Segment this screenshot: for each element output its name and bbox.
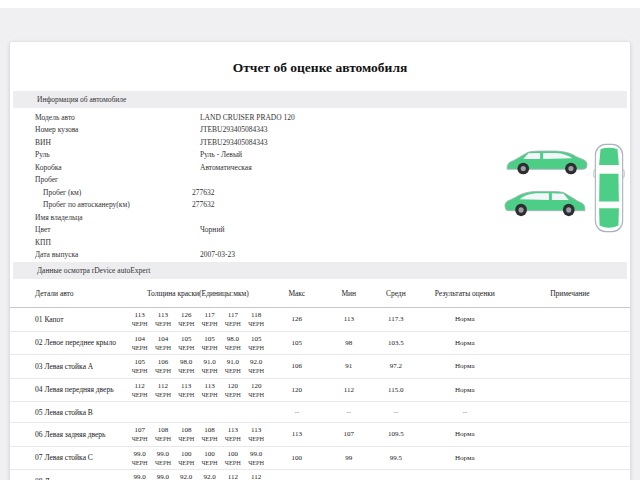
min-value: 112	[326, 386, 372, 394]
info-row: Модель авто LAND CRUISER PRADO 120	[10, 111, 630, 124]
max-value: 100	[268, 454, 326, 462]
paint-measurement: 92.0ЧЕРН	[244, 358, 267, 375]
column-avg: Средн	[372, 289, 420, 298]
paint-measurement: 105ЧЕРН	[198, 335, 221, 352]
info-label: Руль	[35, 150, 200, 159]
part-name: 07 Левая стойка C	[10, 453, 128, 462]
min-value: 113	[326, 315, 372, 323]
paint-measurement: 105ЧЕРН	[175, 335, 198, 352]
table-row: 04 Левая передняя дверь 112ЧЕРН 112ЧЕРН …	[10, 379, 630, 403]
info-value: 277632	[192, 188, 215, 197]
paint-measurement: 118ЧЕРН	[244, 311, 267, 328]
result-value: Норма	[420, 315, 510, 323]
car-top-view-icon	[593, 142, 625, 234]
section-header-info: Информация об автомобиле	[13, 91, 627, 108]
result-value: Норма	[420, 430, 510, 438]
paint-measurement: 100ЧЕРН	[198, 450, 221, 467]
paint-measurement: 92.0ЧЕРН	[198, 473, 221, 480]
paint-measurement: 112ЧЕРН	[244, 473, 267, 480]
result-value: Норма	[420, 386, 510, 394]
min-value: --	[326, 408, 372, 416]
paint-measurement: 104ЧЕРН	[151, 335, 174, 352]
paint-measurement: 112ЧЕРН	[221, 473, 244, 480]
section-header-inspection: Данные осмотра rDevice autoExpert	[13, 262, 627, 279]
paint-measurement: 113ЧЕРН	[198, 382, 221, 399]
paint-measurement: 91.0ЧЕРН	[198, 358, 221, 375]
info-row: Номер кузова JTEBU293405084343	[10, 124, 630, 137]
column-thickness: Толщина краски(Единицы:мкм)	[128, 289, 268, 298]
paint-measurement: 99.0ЧЕРН	[151, 473, 174, 480]
table-row: 06 Левая задняя дверь 107ЧЕРН 108ЧЕРН 10…	[10, 423, 630, 447]
info-row: Дата выпуска 2007-03-23	[10, 249, 630, 262]
info-label: Пробег	[35, 175, 200, 184]
paint-measurement: 105ЧЕРН	[128, 358, 151, 375]
info-value: 277632	[192, 200, 215, 209]
table-row: 07 Левая стойка C 99.0ЧЕРН 99.0ЧЕРН 100Ч…	[10, 447, 630, 471]
paint-measurement: 120ЧЕРН	[244, 382, 267, 399]
table-row: 01 Капот 113ЧЕРН 113ЧЕРН 126ЧЕРН 117ЧЕРН…	[10, 308, 630, 332]
paint-measurement: 113ЧЕРН	[244, 426, 267, 443]
car-side-view-icon	[502, 146, 590, 178]
avg-value: 117.3	[372, 315, 420, 323]
info-value: LAND CRUISER PRADO 120	[200, 113, 295, 122]
info-value: JTEBU293405084343	[200, 125, 268, 134]
info-label: Пробег по автосканеру(км)	[35, 200, 192, 209]
paint-measurement: 108ЧЕРН	[151, 426, 174, 443]
paint-measurement: 100ЧЕРН	[221, 450, 244, 467]
info-value: 2007-03-23	[200, 250, 235, 259]
table-row: 08 Левое заднее крыло 99.0ЧЕРН 99.0ЧЕРН …	[10, 470, 630, 480]
paint-measurement: 98.0ЧЕРН	[175, 358, 198, 375]
paint-measurement: 105ЧЕРН	[244, 335, 267, 352]
result-value: --	[420, 408, 510, 416]
part-name: 06 Левая задняя дверь	[10, 430, 128, 439]
info-label: Коробка	[35, 163, 200, 172]
part-name: 03 Левая стойка A	[10, 362, 128, 371]
info-value: Автоматическая	[200, 163, 252, 172]
inspection-table-header: Детали авто Толщина краски(Единицы:мкм) …	[10, 279, 630, 308]
avg-value: 109.5	[372, 430, 420, 438]
min-value: 107	[326, 430, 372, 438]
paint-measurement: 113ЧЕРН	[221, 426, 244, 443]
min-value: 99	[326, 454, 372, 462]
table-row: 02 Левое переднее крыло 104ЧЕРН 104ЧЕРН …	[10, 332, 630, 356]
paint-measurement: 108ЧЕРН	[175, 426, 198, 443]
max-value: --	[268, 408, 326, 416]
paint-measurement: 100ЧЕРН	[175, 450, 198, 467]
column-note: Примечание	[510, 289, 630, 298]
paint-measurement: 126ЧЕРН	[175, 311, 198, 328]
paint-measurement: 112ЧЕРН	[128, 382, 151, 399]
table-row: 05 Левая стойка B -- -- -- --	[10, 402, 630, 423]
part-name: 01 Капот	[10, 315, 128, 324]
paint-measurement: 112ЧЕРН	[151, 382, 174, 399]
inspection-table-body: 01 Капот 113ЧЕРН 113ЧЕРН 126ЧЕРН 117ЧЕРН…	[10, 308, 630, 480]
paint-measurement: 113ЧЕРН	[151, 311, 174, 328]
paint-measurement: 108ЧЕРН	[198, 426, 221, 443]
part-name: 05 Левая стойка B	[10, 408, 128, 417]
max-value: 105	[268, 339, 326, 347]
column-result: Результаты оценки	[420, 289, 510, 298]
column-part: Детали авто	[10, 289, 128, 298]
part-name: 04 Левая передняя дверь	[10, 385, 128, 394]
min-value: 98	[326, 339, 372, 347]
info-label: Пробег (км)	[35, 188, 192, 197]
car-diagram	[490, 142, 628, 238]
paint-measurement: 117ЧЕРН	[221, 311, 244, 328]
max-value: 126	[268, 315, 326, 323]
avg-value: 99.5	[372, 454, 420, 462]
paint-measurement: 107ЧЕРН	[128, 426, 151, 443]
column-min: Мин	[326, 289, 372, 298]
result-value: Норма	[420, 362, 510, 370]
paint-measurement: 117ЧЕРН	[198, 311, 221, 328]
info-label: Номер кузова	[35, 125, 200, 134]
table-row: 03 Левая стойка A 105ЧЕРН 106ЧЕРН 98.0ЧЕ…	[10, 355, 630, 379]
part-name: 02 Левое переднее крыло	[10, 338, 128, 347]
column-max: Макс	[268, 289, 326, 298]
paint-measurement: 113ЧЕРН	[128, 311, 151, 328]
info-value: Чорний	[200, 225, 224, 234]
avg-value: --	[372, 408, 420, 416]
paint-measurement: 91.0ЧЕРН	[221, 358, 244, 375]
max-value: 113	[268, 430, 326, 438]
avg-value: 97.2	[372, 362, 420, 370]
paint-measurement: 113ЧЕРН	[175, 382, 198, 399]
paint-measurement: 120ЧЕРН	[221, 382, 244, 399]
